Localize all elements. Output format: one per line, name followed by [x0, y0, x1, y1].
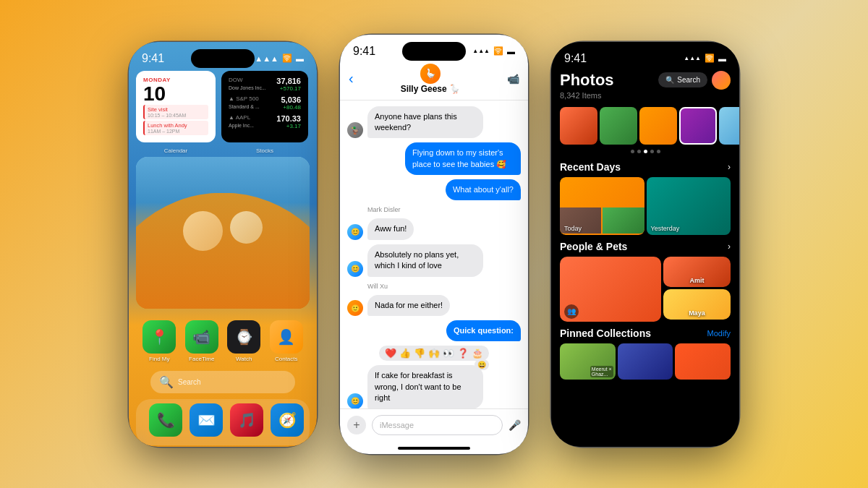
- msg-bubble-1: Anyone have plans this weekend?: [367, 106, 483, 139]
- photos-header: Photos 🔍 Search 8,342 Items: [551, 68, 739, 104]
- contacts-label: Contacts: [275, 356, 298, 362]
- featured-thumb-3[interactable]: [639, 107, 677, 145]
- app-contacts[interactable]: 👤 Contacts: [269, 320, 305, 362]
- chat-avatar: 🪿: [420, 64, 441, 84]
- tapback-eyes[interactable]: 👀: [443, 348, 454, 359]
- find-my-label: Find My: [149, 356, 169, 362]
- phone-icon: 📞: [149, 403, 182, 437]
- status-icons-3: ▲▲▲ 🛜 ▬: [684, 53, 726, 63]
- featured-thumb-4[interactable]: [679, 107, 717, 145]
- pinned-thumb-1[interactable]: Meerut ×Ghaz...: [560, 343, 616, 380]
- pinned-modify-link[interactable]: Modify: [707, 329, 731, 338]
- pinned-header: Pinned Collections Modify: [551, 322, 739, 343]
- dynamic-island-1: [191, 49, 255, 68]
- message-row-4: 😊 Aww fun!: [347, 218, 521, 239]
- message-placeholder: iMessage: [380, 421, 414, 429]
- widget-stocks[interactable]: DOW 37,816 Dow Jones Inc... +570.17 ▲ S&…: [221, 71, 308, 142]
- app-find-my[interactable]: 📍 Find My: [142, 320, 177, 362]
- phone-messages: 9:41 ▲▲▲ 🛜 ▬ ‹ 🪿 Silly Geese 🪿 📹: [340, 35, 528, 454]
- photos-search-icon: 🔍: [665, 76, 674, 84]
- widget-calendar[interactable]: MONDAY 10 Site visit 10:15 – 10:45AM Lun…: [136, 71, 216, 142]
- signal-icon-3: ▲▲▲: [684, 55, 701, 61]
- wifi-icon-2: 🛜: [493, 46, 503, 56]
- mic-button[interactable]: 🎤: [509, 419, 521, 431]
- person-amit-thumb[interactable]: Amit: [663, 257, 731, 287]
- msg-avatar-1: 🦆: [347, 122, 363, 138]
- tapback-thumbsdown[interactable]: 👎: [414, 348, 425, 359]
- messages-header: ‹ 🪿 Silly Geese 🪿 📹: [340, 61, 528, 100]
- tapback-thumbsup[interactable]: 👍: [399, 348, 411, 359]
- status-icons-2: ▲▲▲ 🛜 ▬: [472, 46, 515, 56]
- photos-search-button[interactable]: 🔍 Search: [658, 72, 707, 87]
- pinned-thumb-2[interactable]: [618, 343, 673, 380]
- message-row-7: 😊 If cake for breakfast is wrong, I don'…: [347, 365, 521, 408]
- add-attachment-button[interactable]: +: [347, 416, 366, 435]
- pinned-thumb-3[interactable]: [675, 343, 731, 380]
- dot-2: [637, 150, 641, 153]
- cal-event-time-1: 10:15 – 10:45AM: [148, 113, 205, 118]
- person-head-adult: [230, 211, 263, 244]
- hero-photo: [136, 157, 310, 309]
- dot-1: [631, 150, 634, 153]
- photos-header-right: 🔍 Search: [658, 71, 731, 90]
- dynamic-island-3: [613, 49, 677, 68]
- msg-avatar-mark3: 😊: [347, 393, 363, 408]
- back-button[interactable]: ‹: [349, 70, 354, 87]
- message-input[interactable]: iMessage: [372, 415, 503, 435]
- tapback-celebrate[interactable]: 🙌: [428, 348, 440, 359]
- person-group-thumb[interactable]: 👥: [560, 257, 661, 322]
- search-pill[interactable]: 🔍 Search: [150, 371, 295, 393]
- msg-bubble-qq: Quick question:: [446, 320, 521, 341]
- recent-yesterday-thumb[interactable]: Yesterday: [647, 177, 731, 235]
- person-amit-label: Amit: [663, 277, 731, 284]
- people-silhouette: [136, 193, 310, 309]
- featured-thumb-1[interactable]: [560, 107, 597, 145]
- pinned-title: Pinned Collections: [560, 328, 651, 339]
- chat-title-area: 🪿 Silly Geese 🪿: [401, 64, 460, 94]
- recent-yesterday-label: Yesterday: [651, 225, 680, 232]
- cal-event-time-2: 11AM – 12PM: [148, 129, 205, 134]
- dock-music[interactable]: 🎵: [230, 403, 263, 437]
- people-grid: 👥 Amit Maya: [551, 257, 739, 322]
- signal-icon-2: ▲▲▲: [472, 48, 490, 54]
- recent-days-chevron[interactable]: ›: [728, 162, 731, 172]
- recent-today-label: Today: [564, 225, 582, 232]
- search-label: Search: [178, 378, 201, 386]
- msg-bubble-2: Flying down to my sister's place to see …: [405, 142, 521, 175]
- msg-avatar-mark2: 😊: [347, 261, 363, 277]
- msg-avatar-will: 🙂: [347, 300, 363, 316]
- people-pets-title: People & Pets: [560, 241, 627, 252]
- people-pets-chevron[interactable]: ›: [728, 241, 731, 252]
- dock-phone[interactable]: 📞: [149, 403, 182, 437]
- message-input-bar: + iMessage 🎤: [340, 408, 528, 444]
- recent-today-thumb[interactable]: Today: [560, 177, 644, 235]
- tapback-heart[interactable]: ❤️: [385, 348, 396, 359]
- featured-strip: [551, 104, 739, 147]
- video-call-button[interactable]: 📹: [507, 73, 519, 85]
- msg-bubble-7: If cake for breakfast is wrong, I don't …: [367, 365, 483, 408]
- mail-icon: ✉️: [190, 403, 223, 437]
- cal-date: 10: [143, 84, 208, 104]
- photos-avatar[interactable]: [712, 71, 731, 90]
- battery-icon-3: ▬: [718, 54, 726, 63]
- dot-4: [650, 150, 654, 153]
- sender-label-mark: Mark Disler: [347, 205, 521, 214]
- tapback-cake[interactable]: 🎂: [472, 348, 483, 359]
- featured-thumb-5[interactable]: [719, 107, 739, 145]
- msg-avatar-mark: 😊: [347, 224, 363, 240]
- person-maya-thumb[interactable]: Maya: [663, 289, 731, 320]
- message-row-6: 🙂 Nada for me either!: [347, 295, 521, 316]
- reaction-emoji: 😄: [475, 359, 489, 370]
- tapback-question[interactable]: ❓: [457, 348, 469, 359]
- dock-mail[interactable]: ✉️: [190, 403, 223, 437]
- app-facetime[interactable]: 📹 FaceTime: [184, 320, 220, 362]
- people-pets-header: People & Pets ›: [551, 235, 739, 257]
- featured-thumb-2[interactable]: [600, 107, 637, 145]
- msg-bubble-6: Nada for me either!: [367, 295, 450, 316]
- status-time-1: 9:41: [142, 52, 164, 65]
- dock: 📞 ✉️ 🎵 🧭: [136, 399, 310, 445]
- wifi-icon-1: 🛜: [282, 53, 292, 63]
- app-watch[interactable]: ⌚ Watch: [226, 320, 262, 362]
- wifi-icon-3: 🛜: [705, 53, 715, 63]
- dock-safari[interactable]: 🧭: [271, 403, 304, 437]
